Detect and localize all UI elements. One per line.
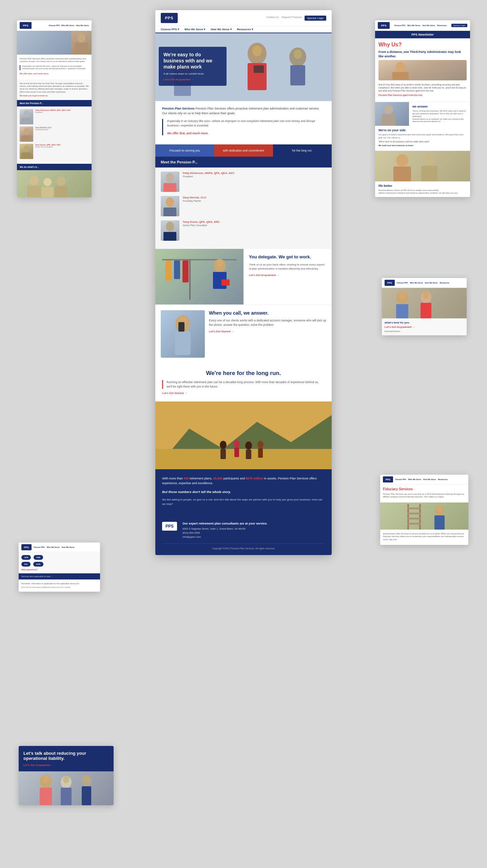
long-run-cta[interactable]: Let's Get Started → (162, 392, 325, 395)
what-best-cta[interactable]: Let's Get Acquainted → (385, 326, 464, 329)
hero-cta[interactable]: Let's Get Acquainted → (163, 78, 222, 81)
svg-point-33 (166, 173, 174, 182)
ec3-feb-btn[interactable]: FEB (34, 555, 43, 560)
left-nav-choose[interactable]: Choose PPS (48, 24, 60, 26)
right-nav-who[interactable]: Who We Serve (407, 24, 420, 26)
footer-copyright: Copyright ©2021 Pension Plan Services. A… (162, 544, 325, 550)
svg-rect-82 (61, 788, 72, 805)
tagline-segment-3: for the long run. (273, 144, 332, 157)
nav-choose[interactable]: Choose PPS ▾ (161, 28, 179, 31)
we-answer-container: we answer You're running your business. … (375, 102, 470, 126)
svg-rect-43 (182, 260, 189, 282)
ec1-hero-img (382, 288, 467, 318)
right-nav-how[interactable]: How We Serve (422, 24, 435, 26)
we-answer-sub: financial advisor as an employer, we mak… (412, 118, 467, 123)
call-body: Every one of our clients works with a de… (209, 318, 326, 327)
long-run-heading: We're here for the long run. (162, 370, 325, 377)
right-card-nav: PPS Choose PPS Who We Serve How We Serve… (375, 20, 470, 31)
intro-highlight: We offer that, and much more. (167, 131, 325, 136)
svg-point-2 (23, 111, 30, 117)
ec3-choose[interactable]: Choose PPS (34, 546, 45, 548)
we-do-section: We do that the best way we know how: thr… (17, 79, 92, 100)
member-photo-2-main (161, 196, 179, 216)
ec1-choose[interactable]: Choose PPS (397, 282, 408, 284)
ec1-res[interactable]: Resources (440, 282, 449, 284)
we-answer-heading: we answer (412, 105, 467, 108)
svg-rect-9 (27, 186, 41, 197)
stats-section: With more than 500 retirement plans, 20,… (155, 469, 332, 517)
svg-rect-40 (189, 259, 191, 300)
delegate-section: You delegate. We get to work. Think of u… (155, 249, 332, 304)
life-better-sub: address continuously, looking for and re… (378, 192, 467, 195)
hero-subtext: It all comes down to comfort level. (163, 72, 222, 75)
page-wrapper: PPS Choose PPS Who We Serve How We Serve… (0, 0, 487, 868)
ec3-jan-btn[interactable]: JAN (21, 555, 31, 560)
member-title-1-main: President (183, 175, 234, 178)
left-hero-img (17, 31, 92, 55)
member-photo-1-main (161, 172, 179, 192)
ec3-logo: PPS (21, 544, 32, 550)
ec3-calendar-section: JAN FEB JUL AUG Have questions? (19, 552, 100, 573)
svg-rect-39 (162, 259, 237, 260)
nav-who[interactable]: Who We Serve ▾ (184, 28, 206, 31)
ec2-res[interactable]: Resources (438, 478, 448, 480)
hero-text-overlay: We're easy to do business with and we ma… (159, 47, 227, 86)
svg-rect-79 (40, 788, 52, 805)
svg-rect-41 (165, 260, 172, 281)
we-do-link[interactable]: We invite you to get to know us. (20, 95, 89, 97)
member-info-3-main: Tony Krenn, QPA, QKA, ARC Senior Plan Co… (183, 220, 220, 226)
intro-brand: Pension Plan Services (162, 107, 195, 110)
sponsor-login-btn[interactable]: Sponsor Login (305, 16, 326, 21)
ec1-who[interactable]: Who We Serve (410, 282, 423, 284)
proposal-link[interactable]: Request Proposal (281, 16, 302, 21)
intro-body: Pension Plan Services Pension Plan Servi… (162, 106, 325, 116)
member-info-3: Tony Krenn, QPA, QKA, ARC Senior Plan Co… (35, 144, 61, 159)
ec3-have-qs-link[interactable]: Have questions? (21, 569, 97, 571)
intro-quote-text: Especially in an industry like ours—wher… (167, 119, 325, 128)
left-nav-how[interactable]: How We Serve (76, 24, 89, 26)
member-photo-2 (20, 126, 33, 142)
ec1-how[interactable]: How We Serve (425, 282, 438, 284)
life-better-heading: life better (378, 184, 467, 188)
right-sponsor-btn[interactable]: Sponsor Login (451, 24, 467, 27)
fiduciary-sub-body: administrators offer this level of servi… (383, 532, 466, 541)
ec3-who[interactable]: Who We Serve (47, 546, 60, 548)
member-title-3-main: Senior Plan Consultant (183, 224, 220, 226)
svg-point-10 (43, 178, 52, 186)
call-cta[interactable]: Let's Get Started → (209, 330, 326, 333)
svg-point-65 (399, 291, 406, 299)
right-nav-res[interactable]: Resources (437, 24, 447, 26)
ec2-how[interactable]: How We Serve (423, 478, 436, 480)
nav-how[interactable]: How We Serve ▾ (211, 28, 231, 31)
left-nav-who[interactable]: Who We Serve (61, 24, 74, 26)
ec3-how[interactable]: How We Serve (62, 546, 75, 548)
svg-rect-71 (407, 508, 421, 509)
why-us-link[interactable]: Pension Plan Services apart from the res… (378, 94, 467, 97)
ec2-who[interactable]: Who We Serve (408, 478, 421, 480)
svg-rect-51 (178, 322, 184, 332)
ec3-aug-btn[interactable]: AUG (33, 562, 43, 567)
right-nav-choose[interactable]: Choose PPS (394, 24, 405, 26)
reduce-img (19, 771, 114, 805)
delegate-heading: You delegate. We get to work. (249, 254, 326, 260)
contact-link[interactable]: Contact Us (266, 16, 279, 21)
delegate-cta[interactable]: Let's Get Acquainted → (249, 274, 326, 277)
right-family-img (375, 151, 470, 181)
ec2-choose[interactable]: Choose PPS (395, 478, 406, 480)
on-your-side-heading: We're on your side (378, 129, 467, 132)
call-heading: When you call, we answer. (209, 310, 326, 316)
svg-rect-74 (407, 523, 421, 525)
svg-rect-76 (434, 515, 445, 530)
svg-rect-64 (396, 304, 408, 318)
member-title-2: Founding Partner (35, 129, 51, 131)
right-card: PPS Choose PPS Who We Serve How We Serve… (375, 20, 470, 197)
svg-point-86 (83, 775, 90, 782)
reduce-cta[interactable]: Let's Get Acquainted → (23, 764, 109, 767)
nav-resources[interactable]: Resources ▾ (237, 28, 253, 31)
svg-rect-13 (55, 186, 67, 197)
svg-rect-34 (163, 183, 176, 192)
ec1-logo: PPS (385, 280, 395, 286)
delegate-img (155, 249, 244, 304)
main-logo[interactable]: PPS (161, 13, 178, 23)
ec3-jul-btn[interactable]: JUL (21, 562, 31, 567)
